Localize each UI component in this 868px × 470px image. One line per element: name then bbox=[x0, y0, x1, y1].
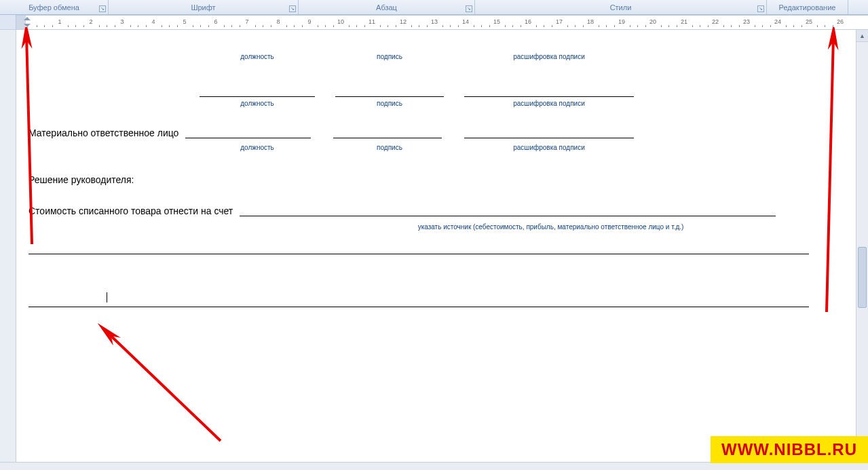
line-decipher-2 bbox=[464, 87, 634, 97]
line-position-2 bbox=[200, 87, 315, 97]
watermark-badge: WWW.NIBBL.RU bbox=[711, 436, 868, 463]
decision-label: Решение руководителя: bbox=[29, 174, 827, 185]
label-signature: подпись bbox=[335, 53, 444, 60]
vertical-ruler[interactable] bbox=[0, 30, 16, 462]
ribbon-group-0: Буфер обмена↘ bbox=[0, 0, 109, 14]
signature-labels-row-3: должность подпись расшифровка подписи bbox=[200, 141, 854, 151]
ruler-number: 13 bbox=[431, 18, 438, 25]
line-signature-2 bbox=[335, 87, 444, 97]
ruler-number: 10 bbox=[337, 18, 344, 25]
scroll-up-button[interactable]: ▲ bbox=[856, 30, 868, 42]
line-position-3 bbox=[185, 128, 311, 138]
ribbon-group-4: Редактирование bbox=[767, 0, 848, 14]
ruler-number: 3 bbox=[120, 18, 124, 25]
cost-hint: указать источник (себестоимость, прибыль… bbox=[288, 223, 814, 231]
ruler-number: 8 bbox=[276, 18, 280, 25]
ruler-number: 14 bbox=[462, 18, 469, 25]
line-signature-3 bbox=[333, 128, 442, 138]
ruler-number: 6 bbox=[214, 18, 217, 25]
ruler-number: 17 bbox=[556, 18, 563, 25]
cost-line bbox=[240, 206, 776, 216]
dialog-launcher-icon[interactable]: ↘ bbox=[757, 5, 764, 12]
ruler-number: 7 bbox=[245, 18, 248, 25]
ruler-number: 5 bbox=[183, 18, 186, 25]
ribbon-group-label: Абзац bbox=[376, 3, 397, 12]
ribbon-group-1: Шрифт↘ bbox=[109, 0, 299, 14]
ruler-number: 22 bbox=[712, 18, 719, 25]
vertical-scrollbar[interactable]: ▲ bbox=[856, 30, 868, 462]
ruler-number: 18 bbox=[587, 18, 594, 25]
cost-label: Стоимость списанного товара отнести на с… bbox=[29, 205, 233, 216]
ruler-number: 4 bbox=[151, 18, 155, 25]
responsible-person-label: Материально ответственное лицо bbox=[29, 128, 178, 138]
dialog-launcher-icon[interactable]: ↘ bbox=[99, 5, 106, 12]
scroll-thumb[interactable] bbox=[858, 247, 867, 308]
ribbon-group-label: Стили bbox=[610, 3, 632, 12]
responsible-person-row: Материально ответственное лицо bbox=[29, 128, 827, 138]
ruler-number: 25 bbox=[806, 18, 812, 25]
label-position: должность bbox=[200, 53, 315, 60]
ruler-number: 16 bbox=[525, 18, 531, 25]
ruler-number: 19 bbox=[618, 18, 625, 25]
ribbon-group-labels: Буфер обмена↘Шрифт↘Абзац↘Стили↘Редактиро… bbox=[0, 0, 868, 15]
ruler-number: 21 bbox=[681, 18, 687, 25]
ribbon-group-label: Буфер обмена bbox=[29, 3, 79, 12]
dialog-launcher-icon[interactable]: ↘ bbox=[466, 5, 472, 12]
ruler-number: 1 bbox=[58, 18, 61, 25]
ruler-number: 15 bbox=[493, 18, 500, 25]
ruler-number: 12 bbox=[400, 18, 407, 25]
first-line-indent-marker[interactable] bbox=[24, 17, 31, 20]
ruler-number: 24 bbox=[774, 18, 781, 25]
tab-selector-button[interactable] bbox=[0, 15, 16, 29]
signature-labels-row-1: должность подпись расшифровка подписи bbox=[200, 50, 854, 60]
document-workspace: должность подпись расшифровка подписи до… bbox=[0, 30, 856, 462]
full-line-2-with-cursor bbox=[29, 292, 827, 307]
label-decipher: расшифровка подписи bbox=[464, 53, 634, 60]
ruler-number: 2 bbox=[89, 18, 92, 25]
hanging-indent-marker[interactable] bbox=[24, 24, 31, 27]
full-line-1 bbox=[29, 254, 827, 254]
signature-row-2: должность подпись расшифровка подписи bbox=[200, 87, 854, 107]
horizontal-ruler[interactable]: 1234567891011121314151617181920212223242… bbox=[0, 15, 868, 30]
cost-row: Стоимость списанного товара отнести на с… bbox=[29, 205, 827, 216]
ribbon-group-3: Стили↘ bbox=[475, 0, 767, 14]
dialog-launcher-icon[interactable]: ↘ bbox=[289, 5, 296, 12]
ribbon-group-label: Редактирование bbox=[779, 3, 836, 12]
ribbon-group-2: Абзац↘ bbox=[299, 0, 475, 14]
ruler-number: 9 bbox=[307, 18, 311, 25]
ruler-number: 11 bbox=[369, 18, 375, 25]
ruler-number: 20 bbox=[649, 18, 656, 25]
text-cursor bbox=[107, 292, 107, 302]
line-decipher-3 bbox=[464, 128, 634, 138]
ruler-number: 23 bbox=[743, 18, 750, 25]
ribbon-group-label: Шрифт bbox=[191, 3, 215, 12]
document-page[interactable]: должность подпись расшифровка подписи до… bbox=[16, 30, 854, 307]
ruler-number: 26 bbox=[837, 18, 844, 25]
